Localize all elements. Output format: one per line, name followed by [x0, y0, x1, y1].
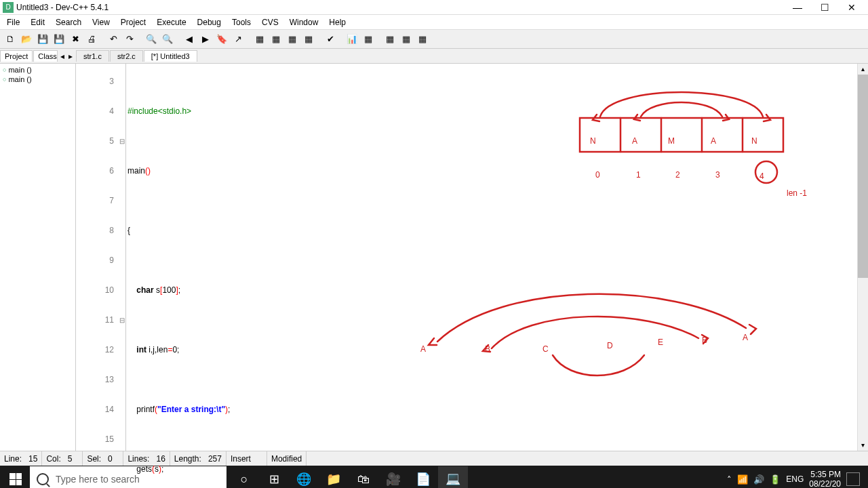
- tab-scroll-left[interactable]: ◂: [58, 52, 66, 61]
- print-button[interactable]: 🖨: [84, 32, 99, 47]
- rebuild-button[interactable]: ▦: [301, 32, 316, 47]
- tabs-row: Project Classes ◂ ▸ str1.c str2.c [*] Un…: [0, 49, 868, 64]
- undo-button[interactable]: ↶: [106, 32, 121, 47]
- new-file-button[interactable]: 🗋: [3, 32, 18, 47]
- menu-window[interactable]: Window: [284, 16, 324, 28]
- menu-file[interactable]: File: [1, 16, 25, 28]
- menu-tools[interactable]: Tools: [226, 16, 256, 28]
- find-button[interactable]: 🔍: [144, 32, 159, 47]
- window-title: Untitled3 - Dev-C++ 5.4.1: [16, 3, 784, 12]
- close-button[interactable]: ✕: [838, 0, 865, 15]
- file-tab-untitled3[interactable]: [*] Untitled3: [144, 50, 197, 62]
- app-icon: D: [3, 2, 14, 13]
- redo-button[interactable]: ↷: [122, 32, 137, 47]
- save-button[interactable]: 💾: [35, 32, 50, 47]
- menu-search[interactable]: Search: [50, 16, 87, 28]
- scroll-thumb[interactable]: [858, 75, 868, 278]
- goto2-button[interactable]: ▦: [415, 32, 430, 47]
- scroll-down-button[interactable]: ▾: [858, 440, 868, 451]
- goto-button[interactable]: ↗: [231, 32, 245, 47]
- project-opts-button[interactable]: ▦: [361, 32, 376, 47]
- menu-project[interactable]: Project: [115, 16, 151, 28]
- fold-column: [118, 64, 126, 451]
- start-button[interactable]: [1, 466, 30, 488]
- forward-button[interactable]: ▶: [198, 32, 213, 47]
- status-line: Line: 15: [0, 451, 42, 466]
- menu-bar: File Edit Search View Project Execute De…: [0, 15, 868, 30]
- debug-button[interactable]: ✔: [323, 32, 338, 47]
- menu-cvs[interactable]: CVS: [256, 16, 284, 28]
- sidebar-tab-classes[interactable]: Classes: [33, 50, 58, 62]
- minimize-button[interactable]: —: [784, 0, 811, 15]
- compile-run-button[interactable]: ▦: [285, 32, 300, 47]
- bookmark-button[interactable]: 🔖: [214, 32, 229, 47]
- line-gutter: 3 4 5 6 7 8 9 10 11 12 13 14 15: [76, 64, 118, 451]
- menu-view[interactable]: View: [87, 16, 115, 28]
- tab-scroll-right[interactable]: ▸: [66, 52, 75, 61]
- toggle-button[interactable]: ▦: [399, 32, 414, 47]
- code-area[interactable]: #include<stdio.h> main() { char s[100]; …: [126, 64, 857, 451]
- menu-debug[interactable]: Debug: [192, 16, 226, 28]
- toolbar: 🗋 📂 💾 💾 ✖ 🖨 ↶ ↷ 🔍 🔍 ◀ ▶ 🔖 ↗ ▦ ▦ ▦ ▦ ✔ 📊 …: [0, 30, 868, 49]
- editor[interactable]: 3 4 5 6 7 8 9 10 11 12 13 14 15 #include…: [76, 64, 868, 451]
- fold-marker[interactable]: [118, 126, 125, 156]
- back-button[interactable]: ◀: [182, 32, 197, 47]
- open-button[interactable]: 📂: [19, 32, 34, 47]
- compile-button[interactable]: ▦: [252, 32, 267, 47]
- file-tab-str1[interactable]: str1.c: [76, 50, 109, 62]
- sidebar-tab-project[interactable]: Project: [0, 50, 33, 62]
- fold-marker[interactable]: [118, 305, 125, 335]
- save-all-button[interactable]: 💾: [52, 32, 66, 47]
- vertical-scrollbar[interactable]: ▴ ▾: [857, 64, 868, 451]
- search-icon: [37, 473, 49, 485]
- profile-button[interactable]: 📊: [344, 32, 359, 47]
- run-button[interactable]: ▦: [269, 32, 283, 47]
- sidebar: main () main (): [0, 64, 76, 451]
- window-titlebar: D Untitled3 - Dev-C++ 5.4.1 — ☐ ✕: [0, 0, 868, 15]
- insert-button[interactable]: ▦: [382, 32, 397, 47]
- scroll-up-button[interactable]: ▴: [858, 64, 868, 75]
- menu-execute[interactable]: Execute: [151, 16, 191, 28]
- close-file-button[interactable]: ✖: [68, 32, 83, 47]
- tree-item-main2[interactable]: main (): [1, 75, 74, 84]
- main-area: main () main () 3 4 5 6 7 8 9 10 11 12 1…: [0, 64, 868, 451]
- menu-help[interactable]: Help: [323, 16, 351, 28]
- file-tab-str2[interactable]: str2.c: [110, 50, 143, 62]
- windows-logo-icon: [9, 473, 22, 485]
- maximize-button[interactable]: ☐: [811, 0, 838, 15]
- menu-edit[interactable]: Edit: [25, 16, 50, 28]
- tree-item-main1[interactable]: main (): [1, 65, 74, 75]
- replace-button[interactable]: 🔍: [160, 32, 175, 47]
